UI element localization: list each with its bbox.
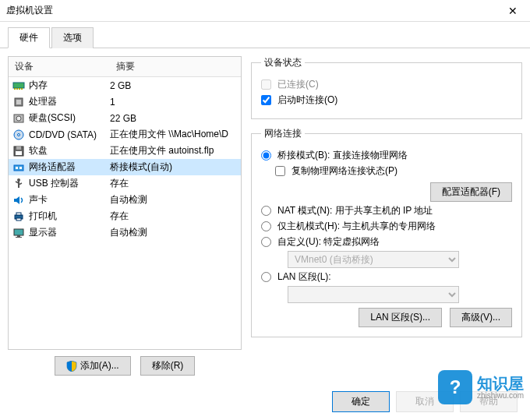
svg-rect-13 (16, 151, 22, 155)
svg-point-8 (16, 116, 21, 121)
cancel-button[interactable]: 取消 (396, 391, 454, 412)
help-button[interactable]: 帮助 (460, 391, 518, 412)
svg-rect-4 (21, 88, 23, 90)
col-summary: 摘要 (110, 57, 141, 76)
hardware-row-display[interactable]: 显示器自动检测 (9, 224, 241, 241)
hardware-summary: 正在使用文件 autoinst.flp (110, 144, 238, 157)
hardware-summary: 自动检测 (110, 193, 238, 206)
bridged-label: 桥接模式(B): 直接连接物理网络 (277, 149, 408, 162)
remove-button[interactable]: 移除(R) (140, 356, 196, 376)
nat-row: NAT 模式(N): 用于共享主机的 IP 地址 (261, 204, 512, 217)
left-buttons: 添加(A)... 移除(R) (8, 350, 242, 376)
configure-adapter-button[interactable]: 配置适配器(F) (430, 182, 512, 202)
connect-on-power-label: 启动时连接(O) (277, 94, 337, 107)
connect-on-power-checkbox[interactable] (261, 95, 271, 105)
ok-button[interactable]: 确定 (332, 391, 390, 412)
hardware-summary: 1 (110, 97, 238, 108)
hardware-name: 显示器 (29, 226, 57, 239)
svg-rect-3 (19, 88, 20, 90)
content-area: 设备 摘要 内存2 GB处理器1硬盘(SCSI)22 GBCD/DVD (SAT… (0, 48, 530, 383)
cd-icon (12, 129, 26, 141)
hardware-name: USB 控制器 (29, 177, 79, 190)
hardware-summary: 自动检测 (110, 226, 238, 239)
hardware-list-header: 设备 摘要 (9, 57, 241, 77)
host-only-label: 仅主机模式(H): 与主机共享的专用网络 (277, 220, 436, 233)
advanced-button[interactable]: 高级(V)... (450, 308, 512, 327)
hardware-row-hdd[interactable]: 硬盘(SCSI)22 GB (9, 110, 241, 126)
tab-hardware[interactable]: 硬件 (8, 27, 50, 48)
title-bar: 虚拟机设置 ✕ (0, 0, 530, 22)
copy-state-row: 复制物理网络连接状态(P) (275, 164, 512, 178)
usb-icon (12, 178, 26, 190)
custom-row: 自定义(U): 特定虚拟网络 (261, 235, 512, 249)
lan-seg-label: LAN 区段(L): (277, 270, 331, 284)
connected-row: 已连接(C) (261, 78, 512, 91)
hardware-row-sound[interactable]: 声卡自动检测 (9, 192, 241, 208)
configure-row: 配置适配器(F) (261, 182, 512, 202)
svg-rect-21 (16, 218, 21, 221)
lan-seg-radio[interactable] (261, 272, 271, 282)
connected-checkbox (261, 79, 271, 90)
hardware-name: 处理器 (29, 95, 57, 108)
lan-segments-button[interactable]: LAN 区段(S)... (359, 308, 442, 327)
hardware-name: CD/DVD (SATA) (29, 129, 97, 140)
svg-point-10 (18, 133, 20, 136)
svg-rect-2 (16, 88, 18, 90)
lan-seg-select-row (288, 286, 512, 303)
net-buttons-row: LAN 区段(S)... 高级(V)... (261, 308, 512, 327)
vmnet-select: VMnet0 (自动桥接) (288, 251, 459, 268)
hardware-rows: 内存2 GB处理器1硬盘(SCSI)22 GBCD/DVD (SATA)正在使用… (9, 77, 241, 241)
host-only-radio[interactable] (261, 221, 271, 231)
hardware-row-printer[interactable]: 打印机存在 (9, 208, 241, 224)
hardware-row-cpu[interactable]: 处理器1 (9, 94, 241, 110)
svg-rect-16 (19, 167, 22, 169)
connected-label: 已连接(C) (277, 78, 319, 91)
nat-radio[interactable] (261, 206, 271, 216)
svg-rect-15 (16, 167, 18, 169)
hdd-icon (12, 112, 26, 125)
vmnet-row: VMnet0 (自动桥接) (288, 251, 512, 268)
net-icon (12, 161, 26, 174)
window-title: 虚拟机设置 (6, 4, 502, 17)
hardware-row-memory[interactable]: 内存2 GB (9, 77, 241, 94)
svg-rect-6 (16, 100, 21, 104)
svg-rect-23 (17, 235, 20, 237)
hardware-name: 硬盘(SCSI) (29, 111, 76, 125)
svg-rect-22 (14, 229, 23, 235)
sound-icon (12, 194, 26, 206)
copy-state-checkbox[interactable] (275, 166, 285, 176)
tab-options[interactable]: 选项 (51, 27, 94, 48)
hardware-list: 设备 摘要 内存2 GB处理器1硬盘(SCSI)22 GBCD/DVD (SAT… (8, 56, 242, 350)
bridged-radio[interactable] (261, 150, 271, 161)
hardware-summary: 存在 (110, 210, 238, 223)
hardware-summary: 存在 (110, 177, 238, 190)
hardware-name: 网络适配器 (29, 161, 76, 174)
right-panel: 设备状态 已连接(C) 启动时连接(O) 网络连接 桥接模式(B): 直接连接物… (251, 56, 522, 376)
custom-radio[interactable] (261, 237, 271, 247)
display-icon (12, 227, 26, 239)
hardware-row-cd[interactable]: CD/DVD (SATA)正在使用文件 \\Mac\Home\D (9, 126, 241, 143)
add-button[interactable]: 添加(A)... (55, 356, 131, 376)
hardware-summary: 22 GB (110, 113, 238, 124)
floppy-icon (12, 145, 26, 157)
col-device: 设备 (9, 57, 110, 76)
svg-rect-0 (13, 83, 24, 88)
host-only-row: 仅主机模式(H): 与主机共享的专用网络 (261, 220, 512, 233)
hardware-name: 打印机 (29, 210, 57, 223)
connect-on-power-row: 启动时连接(O) (261, 94, 512, 107)
tab-strip: 硬件 选项 (0, 22, 530, 48)
hardware-row-usb[interactable]: USB 控制器存在 (9, 175, 241, 192)
network-connection-legend: 网络连接 (261, 127, 305, 140)
hardware-name: 内存 (29, 79, 48, 92)
hardware-row-net[interactable]: 网络适配器桥接模式(自动) (9, 159, 241, 175)
hardware-row-floppy[interactable]: 软盘正在使用文件 autoinst.flp (9, 143, 241, 159)
device-state-legend: 设备状态 (261, 56, 305, 69)
close-icon[interactable]: ✕ (502, 5, 524, 17)
memory-icon (12, 79, 26, 92)
svg-rect-24 (16, 237, 22, 238)
hardware-name: 软盘 (29, 144, 48, 157)
bridged-row: 桥接模式(B): 直接连接物理网络 (261, 149, 512, 162)
svg-rect-14 (14, 165, 23, 171)
printer-icon (12, 210, 26, 223)
lan-seg-row: LAN 区段(L): (261, 270, 512, 284)
